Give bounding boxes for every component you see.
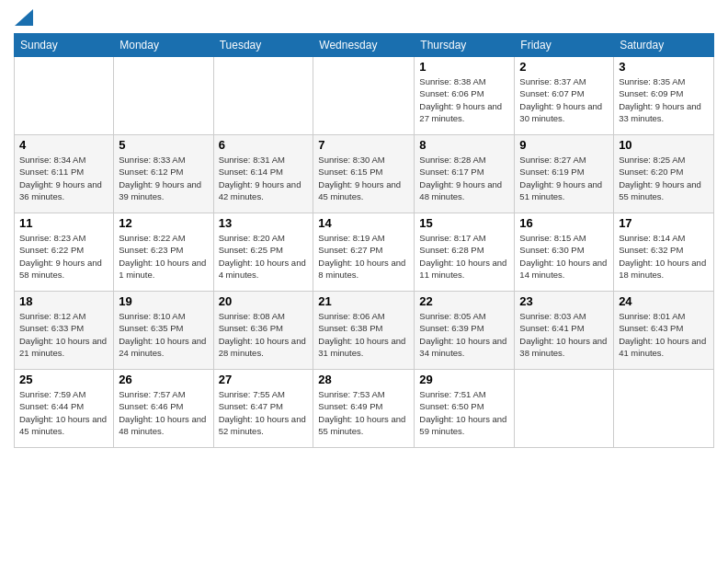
day-cell: 16Sunrise: 8:15 AM Sunset: 6:30 PM Dayli… [515,213,614,292]
svg-marker-0 [15,9,33,26]
col-header-thursday: Thursday [415,34,515,57]
day-number: 13 [219,216,309,230]
day-info: Sunrise: 8:38 AM Sunset: 6:06 PM Dayligh… [419,75,509,124]
day-info: Sunrise: 7:59 AM Sunset: 6:44 PM Dayligh… [19,388,108,437]
day-info: Sunrise: 8:05 AM Sunset: 6:39 PM Dayligh… [419,310,509,359]
day-cell: 2Sunrise: 8:37 AM Sunset: 6:07 PM Daylig… [515,57,614,135]
week-row-4: 18Sunrise: 8:12 AM Sunset: 6:33 PM Dayli… [15,292,714,370]
day-number: 17 [619,216,709,230]
day-number: 8 [419,138,509,152]
day-info: Sunrise: 8:17 AM Sunset: 6:28 PM Dayligh… [419,232,509,281]
day-cell: 10Sunrise: 8:25 AM Sunset: 6:20 PM Dayli… [614,135,714,213]
day-number: 1 [419,60,509,74]
day-info: Sunrise: 8:08 AM Sunset: 6:36 PM Dayligh… [219,310,309,359]
week-row-1: 1Sunrise: 8:38 AM Sunset: 6:06 PM Daylig… [15,57,714,135]
day-cell [515,370,614,448]
day-number: 24 [619,294,709,308]
day-cell [15,57,114,135]
day-info: Sunrise: 8:37 AM Sunset: 6:07 PM Dayligh… [519,75,609,124]
day-info: Sunrise: 8:27 AM Sunset: 6:19 PM Dayligh… [519,154,609,202]
col-header-sunday: Sunday [15,34,114,57]
day-cell: 11Sunrise: 8:23 AM Sunset: 6:22 PM Dayli… [15,213,114,292]
day-cell: 15Sunrise: 8:17 AM Sunset: 6:28 PM Dayli… [415,213,515,292]
day-number: 22 [419,294,509,308]
day-number: 6 [219,138,309,152]
day-info: Sunrise: 8:34 AM Sunset: 6:11 PM Dayligh… [19,154,108,202]
day-info: Sunrise: 8:12 AM Sunset: 6:33 PM Dayligh… [19,310,108,359]
day-info: Sunrise: 8:19 AM Sunset: 6:27 PM Dayligh… [318,232,409,281]
col-header-tuesday: Tuesday [213,34,313,57]
day-number: 5 [119,138,208,152]
logo-bird-icon [15,9,33,26]
day-cell: 14Sunrise: 8:19 AM Sunset: 6:27 PM Dayli… [313,213,415,292]
day-number: 29 [419,373,509,386]
week-row-2: 4Sunrise: 8:34 AM Sunset: 6:11 PM Daylig… [15,135,714,213]
day-number: 26 [119,373,208,386]
day-cell: 18Sunrise: 8:12 AM Sunset: 6:33 PM Dayli… [15,292,114,370]
day-number: 7 [318,138,409,152]
day-number: 10 [619,138,709,152]
day-cell: 28Sunrise: 7:53 AM Sunset: 6:49 PM Dayli… [313,370,415,448]
day-info: Sunrise: 8:06 AM Sunset: 6:38 PM Dayligh… [318,310,409,359]
day-cell: 5Sunrise: 8:33 AM Sunset: 6:12 PM Daylig… [114,135,213,213]
day-cell: 26Sunrise: 7:57 AM Sunset: 6:46 PM Dayli… [114,370,213,448]
day-info: Sunrise: 8:31 AM Sunset: 6:14 PM Dayligh… [219,154,309,202]
day-cell: 17Sunrise: 8:14 AM Sunset: 6:32 PM Dayli… [614,213,714,292]
day-info: Sunrise: 8:15 AM Sunset: 6:30 PM Dayligh… [519,232,609,281]
col-header-monday: Monday [114,34,213,57]
day-info: Sunrise: 7:51 AM Sunset: 6:50 PM Dayligh… [419,388,509,437]
day-cell: 24Sunrise: 8:01 AM Sunset: 6:43 PM Dayli… [614,292,714,370]
day-info: Sunrise: 7:53 AM Sunset: 6:49 PM Dayligh… [318,388,409,437]
day-number: 12 [119,216,208,230]
header [14,9,714,26]
col-header-friday: Friday [515,34,614,57]
day-number: 4 [19,138,108,152]
col-header-wednesday: Wednesday [313,34,415,57]
day-cell: 12Sunrise: 8:22 AM Sunset: 6:23 PM Dayli… [114,213,213,292]
day-info: Sunrise: 8:23 AM Sunset: 6:22 PM Dayligh… [19,232,108,281]
day-cell [614,370,714,448]
day-cell: 20Sunrise: 8:08 AM Sunset: 6:36 PM Dayli… [213,292,313,370]
day-number: 15 [419,216,509,230]
header-row: SundayMondayTuesdayWednesdayThursdayFrid… [15,34,714,57]
day-info: Sunrise: 8:25 AM Sunset: 6:20 PM Dayligh… [619,154,709,202]
day-number: 19 [119,294,208,308]
logo [14,9,33,26]
day-number: 20 [219,294,309,308]
day-cell: 21Sunrise: 8:06 AM Sunset: 6:38 PM Dayli… [313,292,415,370]
day-cell: 19Sunrise: 8:10 AM Sunset: 6:35 PM Dayli… [114,292,213,370]
week-row-3: 11Sunrise: 8:23 AM Sunset: 6:22 PM Dayli… [15,213,714,292]
day-number: 14 [318,216,409,230]
day-number: 3 [619,60,709,74]
day-number: 21 [318,294,409,308]
day-number: 18 [19,294,108,308]
day-cell: 22Sunrise: 8:05 AM Sunset: 6:39 PM Dayli… [415,292,515,370]
day-info: Sunrise: 8:01 AM Sunset: 6:43 PM Dayligh… [619,310,709,359]
page: SundayMondayTuesdayWednesdayThursdayFrid… [0,0,728,563]
day-number: 9 [519,138,609,152]
day-cell [114,57,213,135]
day-info: Sunrise: 8:33 AM Sunset: 6:12 PM Dayligh… [119,154,208,202]
week-row-5: 25Sunrise: 7:59 AM Sunset: 6:44 PM Dayli… [15,370,714,448]
calendar-table: SundayMondayTuesdayWednesdayThursdayFrid… [14,33,714,448]
day-info: Sunrise: 8:03 AM Sunset: 6:41 PM Dayligh… [519,310,609,359]
day-number: 2 [519,60,609,74]
day-info: Sunrise: 8:22 AM Sunset: 6:23 PM Dayligh… [119,232,208,281]
day-cell: 13Sunrise: 8:20 AM Sunset: 6:25 PM Dayli… [213,213,313,292]
day-info: Sunrise: 8:14 AM Sunset: 6:32 PM Dayligh… [619,232,709,281]
day-cell: 1Sunrise: 8:38 AM Sunset: 6:06 PM Daylig… [415,57,515,135]
day-cell: 6Sunrise: 8:31 AM Sunset: 6:14 PM Daylig… [213,135,313,213]
col-header-saturday: Saturday [614,34,714,57]
day-info: Sunrise: 8:10 AM Sunset: 6:35 PM Dayligh… [119,310,208,359]
day-info: Sunrise: 7:57 AM Sunset: 6:46 PM Dayligh… [119,388,208,437]
day-number: 27 [219,373,309,386]
day-number: 16 [519,216,609,230]
day-number: 11 [19,216,108,230]
day-cell [213,57,313,135]
day-number: 25 [19,373,108,386]
day-info: Sunrise: 8:30 AM Sunset: 6:15 PM Dayligh… [318,154,409,202]
day-cell: 29Sunrise: 7:51 AM Sunset: 6:50 PM Dayli… [415,370,515,448]
day-cell: 4Sunrise: 8:34 AM Sunset: 6:11 PM Daylig… [15,135,114,213]
day-cell: 23Sunrise: 8:03 AM Sunset: 6:41 PM Dayli… [515,292,614,370]
day-cell: 27Sunrise: 7:55 AM Sunset: 6:47 PM Dayli… [213,370,313,448]
